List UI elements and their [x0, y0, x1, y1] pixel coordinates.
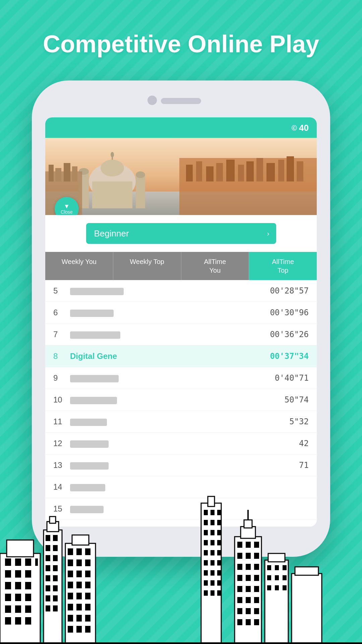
- lb-time: 00'36"26: [270, 330, 309, 339]
- svg-point-19: [111, 152, 114, 157]
- svg-rect-26: [55, 168, 61, 181]
- svg-rect-4: [196, 161, 202, 181]
- svg-rect-3: [186, 165, 193, 181]
- lb-time: 00'37"34: [270, 352, 309, 361]
- lb-name: [70, 330, 270, 339]
- lb-time: 00'30"96: [270, 308, 309, 317]
- svg-rect-9: [246, 161, 254, 181]
- lb-time: 71: [299, 461, 309, 470]
- leaderboard: 500'28"57600'30"96700'36"268Digital Gene…: [45, 280, 317, 527]
- phone-screen: © 40: [45, 117, 317, 527]
- lb-name: [70, 373, 275, 383]
- phone-frame: © 40: [32, 80, 330, 557]
- table-row: 8Digital Gene00'37"34: [45, 345, 317, 367]
- lb-name: [70, 308, 270, 317]
- close-arrow-icon: ▼: [64, 203, 70, 209]
- lb-time: 50"74: [285, 395, 309, 405]
- lb-time: 42: [299, 439, 309, 448]
- lb-name: [70, 461, 299, 470]
- lb-rank: 6: [53, 308, 70, 317]
- difficulty-dropdown-wrapper: Beginner Intermediate Advanced ›: [86, 223, 276, 244]
- svg-point-23: [136, 171, 145, 178]
- table-row: 90'40"71: [45, 367, 317, 389]
- lb-name: [70, 439, 299, 448]
- table-row: 1242: [45, 433, 317, 454]
- lb-name: [70, 482, 309, 492]
- screen-header: © 40: [45, 117, 317, 138]
- svg-rect-7: [226, 160, 235, 181]
- lb-name: [70, 504, 309, 514]
- coin-count: 40: [299, 123, 309, 133]
- svg-rect-25: [49, 165, 54, 181]
- lb-rank: 10: [53, 395, 70, 405]
- svg-rect-16: [92, 181, 132, 208]
- lb-rank: 12: [53, 439, 70, 448]
- lb-time: 0'40"71: [275, 373, 309, 383]
- tab-alltime-top[interactable]: AllTimeTop: [249, 252, 317, 280]
- coin-symbol: ©: [292, 124, 297, 132]
- svg-rect-6: [216, 163, 223, 181]
- svg-rect-13: [287, 156, 294, 181]
- table-row: 600'30"96: [45, 302, 317, 324]
- table-row: 15: [45, 498, 317, 520]
- tab-weekly-top[interactable]: Weekly Top: [113, 252, 181, 280]
- table-row: 500'28"57: [45, 280, 317, 302]
- lb-name: [70, 286, 270, 296]
- svg-rect-5: [206, 166, 214, 181]
- lb-name: Digital Gene: [70, 352, 270, 361]
- tabs-container: Weekly You Weekly Top AllTimeYou AllTime…: [45, 252, 317, 280]
- table-row: 115"32: [45, 411, 317, 433]
- svg-rect-12: [278, 160, 284, 181]
- svg-rect-28: [72, 166, 77, 181]
- table-row: 700'36"26: [45, 324, 317, 345]
- lb-name: [70, 395, 285, 405]
- lb-rank: 11: [53, 417, 70, 426]
- page-title: Competitive Online Play: [0, 30, 362, 58]
- svg-rect-10: [256, 158, 263, 181]
- svg-rect-27: [64, 163, 70, 181]
- difficulty-select[interactable]: Beginner Intermediate Advanced: [86, 223, 276, 244]
- lb-rank: 9: [53, 373, 70, 383]
- svg-point-17: [101, 160, 124, 176]
- phone-camera: [147, 96, 157, 105]
- svg-rect-11: [266, 163, 275, 181]
- lb-time: 5"32: [289, 417, 309, 426]
- lb-rank: 8: [53, 352, 70, 361]
- svg-rect-14: [297, 161, 303, 181]
- tab-weekly-you[interactable]: Weekly You: [45, 252, 113, 280]
- lb-rank: 15: [53, 504, 70, 514]
- close-label: Close: [61, 209, 73, 215]
- lb-rank: 14: [53, 482, 70, 492]
- tab-alltime-you[interactable]: AllTimeYou: [181, 252, 249, 280]
- lb-rank: 13: [53, 461, 70, 470]
- table-row: 1050"74: [45, 389, 317, 411]
- coin-badge: © 40: [292, 123, 309, 133]
- svg-rect-8: [238, 165, 244, 181]
- phone-speaker: [161, 98, 201, 104]
- table-row: 14: [45, 476, 317, 498]
- lb-name: [70, 417, 289, 426]
- table-row: 1371: [45, 454, 317, 476]
- svg-rect-22: [136, 175, 145, 208]
- lb-rank: 5: [53, 286, 70, 296]
- city-image: ▼ Close: [45, 138, 317, 215]
- lb-rank: 7: [53, 330, 70, 339]
- lb-time: 00'28"57: [270, 286, 309, 296]
